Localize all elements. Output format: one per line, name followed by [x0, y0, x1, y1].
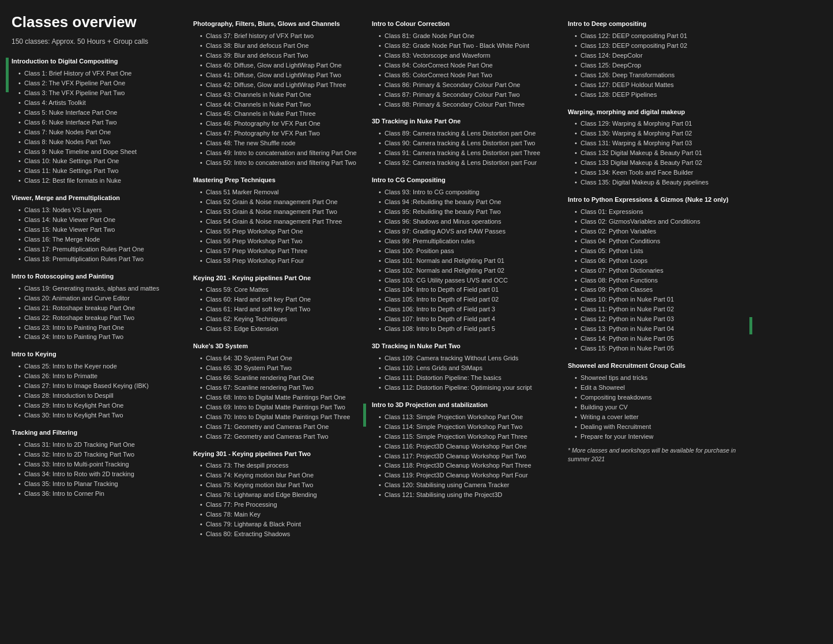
section-title: Intro to CG Compositing [372, 176, 556, 185]
list-item: Writing a cover letter [575, 413, 747, 422]
list-item: Class 27: Intro to Image Based Keying (I… [18, 382, 182, 391]
list-item: Class 109: Camera tracking Without Lens … [379, 354, 556, 363]
list-item: Class 135: Digital Makeup & Beauty pipel… [575, 178, 747, 187]
list-item: Class 99: Premultiplication rules [379, 237, 556, 246]
list-item: Class 1: Brief History of VFX Part One [18, 69, 182, 78]
list-item: Class 110: Lens Grids and StMaps [379, 364, 556, 373]
list-item: Class 122: DEEP compositing Part 01 [575, 32, 747, 41]
list-item: Class 64: 3D System Part One [200, 354, 360, 363]
main-title: Classes overview [12, 12, 182, 33]
list-item: Dealing with Recruitment [575, 423, 747, 432]
list-item: Class 02: GizmosVariables and Conditions [575, 217, 747, 227]
list-item: Class 28: Introduction to Despill [18, 391, 182, 401]
section-title: Intro to Colour Correction [372, 20, 556, 29]
list-item: Class 55 Prep Workshop Part One [200, 227, 360, 236]
page-container: Classes overview 150 classes: Approx. 50… [0, 0, 833, 551]
list-item: Class 58 Prep Workshop Part Four [200, 257, 360, 266]
list-item: Class 126: Deep Transformations [575, 71, 747, 80]
list-item: Class 07: Python Dictionaries [575, 266, 747, 276]
list-item: Class 59: Core Mattes [200, 285, 360, 295]
list-item: Class 48: The new Shuffle node [200, 139, 360, 148]
section-list: Class 113: Simple Projection Workshop Pa… [372, 413, 556, 500]
list-item: Class 66: Scanline rendering Part One [200, 374, 360, 383]
section-title: Showreel and Recruitment Group Calls [568, 361, 747, 371]
section-list: Class 129: Warping & Morphing Part 01Cla… [568, 119, 747, 187]
section-title: Intro to Rotoscoping and Painting [12, 272, 182, 281]
list-item: Class 87: Primary & Secondary Colour Par… [379, 91, 556, 100]
list-item: Class 75: Keying motion blur Part Two [200, 481, 360, 490]
section-list: Class 89: Camera tracking & Lens Distort… [372, 129, 556, 168]
list-item: Class 92: Camera tracking & Lens Distort… [379, 159, 556, 168]
section-list: Class 64: 3D System Part OneClass 65: 3D… [193, 354, 360, 441]
list-item: Class 22: Rotoshape breakup Part Two [18, 314, 182, 323]
list-item: Class 69: Intro to Digital Matte Paintin… [200, 403, 360, 412]
list-item: Class 62: Keying Techniques [200, 315, 360, 324]
section-list: Class 19: Generating masks, alphas and m… [12, 284, 182, 342]
list-item: Compositing breakdowns [575, 393, 747, 402]
list-item: Class 15: Python in Nuke Part 05 [575, 344, 747, 353]
list-item: Class 41: Diffuse, Glow and LightWrap Pa… [200, 71, 360, 80]
list-item: Class 65: 3D System Part Two [200, 364, 360, 373]
column-4: Intro to Deep compositingClass 122: DEEP… [562, 12, 752, 540]
list-item: Class 82: Grade Node Part Two - Black Wh… [379, 42, 556, 51]
list-item: Class 38: Blur and defocus Part One [200, 42, 360, 51]
section-title: Keying 301 - Keying pipelines Part Two [193, 450, 360, 459]
list-item: Class 57 Prep Workshop Part Three [200, 247, 360, 256]
list-item: Class 17: Premultiplication Rules Part O… [18, 245, 182, 254]
list-item: Class 10: Nuke Settings Part One [18, 157, 182, 166]
list-item: Class 40: Diffuse, Glow and LightWrap Pa… [200, 61, 360, 70]
list-item: Class 133 Digital Makeup & Beauty Part 0… [575, 159, 747, 168]
list-item: Class 30: Intro to Keylight Part Two [18, 411, 182, 420]
list-item: Class 72: Geometry and Cameras Part Two [200, 432, 360, 442]
list-item: Class 19: Generating masks, alphas and m… [18, 284, 182, 293]
list-item: Class 6: Nuke Interface Part Two [18, 118, 182, 127]
list-item: Class 32: Intro to 2D Tracking Part Two [18, 450, 182, 460]
list-item: Class 111: Distortion Pipeline: The basi… [379, 374, 556, 383]
list-item: Class 08: Python Functions [575, 276, 747, 285]
list-item: Class 26: Intro to Primatte [18, 372, 182, 381]
list-item: Class 09: Python Classes [575, 285, 747, 295]
section-list: Showreel tips and tricksEdit a ShowreelC… [568, 374, 747, 442]
list-item: Class 93: Intro to CG compositing [379, 188, 556, 197]
section-list: Class 81: Grade Node Part OneClass 82: G… [372, 32, 556, 110]
section-title: Tracking and Filtering [12, 428, 182, 438]
list-item: Class 8: Nuke Nodes Part Two [18, 138, 182, 147]
list-item: Class 102: Normals and Relighting Part 0… [379, 266, 556, 276]
list-item: Class 4: Artists Toolkit [18, 99, 182, 108]
list-item: Class 131: Warping & Morphing Part 03 [575, 139, 747, 148]
section-title: Intro to Python Expressions & Gizmos (Nu… [568, 195, 747, 205]
list-item: Class 127: DEEP Holdout Mattes [575, 81, 747, 90]
list-item: Class 121: Stabilising using the Project… [379, 491, 556, 500]
list-item: Class 90: Camera tracking & Lens Distort… [379, 139, 556, 148]
list-item: Class 95: Rebuilding the beauty Part Two [379, 208, 556, 217]
list-item: Class 96: Shadows and Minus operations [379, 217, 556, 227]
list-item: Class 73: The despill process [200, 461, 360, 470]
list-item: Class 29: Intro to Keylight Part One [18, 401, 182, 410]
list-item: Class 124: DeepColor [575, 51, 747, 61]
section-title: 3D Tracking in Nuke Part Two [372, 342, 556, 351]
list-item: Class 132 Digital Makeup & Beauty Part 0… [575, 149, 747, 158]
list-item: Class 125: DeepCrop [575, 61, 747, 70]
list-item: Class 71: Geometry and Cameras Part One [200, 423, 360, 432]
list-item: Class 91: Camera tracking & Lens Distort… [379, 149, 556, 158]
list-item: Class 20: Animation and Curve Editor [18, 294, 182, 303]
list-item: Class 46: Photography for VFX Part One [200, 119, 360, 129]
list-item: Showreel tips and tricks [575, 374, 747, 383]
section-title: Intro to 3D Projection and stabilization [372, 401, 556, 410]
section-list: Class 13: Nodes VS LayersClass 14: Nuke … [12, 206, 182, 264]
section-list: Class 93: Intro to CG compositingClass 9… [372, 188, 556, 334]
list-item: Class 120: Stabilising using Camera Trac… [379, 481, 556, 490]
list-item: Class 5: Nuke Interface Part One [18, 108, 182, 118]
list-item: Class 88: Primary & Secondary Colour Par… [379, 100, 556, 110]
section-title: Warping, morphing and digital makeup [568, 108, 747, 117]
list-item: Class 83: Vectorscope and Waveform [379, 51, 556, 61]
section-title: Keying 201 - Keying pipelines Part One [193, 274, 360, 283]
list-item: Class 2: The VFX Pipeline Part One [18, 79, 182, 88]
list-item: Class 116: Project3D Cleanup Workshop Pa… [379, 442, 556, 451]
column-1: Classes overview 150 classes: Approx. 50… [9, 12, 187, 540]
list-item: Class 31: Intro to 2D Tracking Part One [18, 440, 182, 450]
list-item: Class 45: Channels in Nuke Part Three [200, 110, 360, 119]
section-title: Nuke's 3D System [193, 342, 360, 351]
list-item: Class 112: Distortion Pipeline: Optimisi… [379, 383, 556, 393]
list-item: Class 12: Best file formats in Nuke [18, 176, 182, 186]
